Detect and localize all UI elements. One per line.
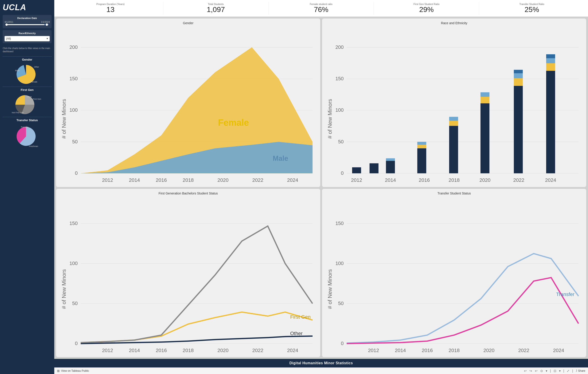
- race-ethnicity-chart-area[interactable]: # of New Minors 0 50 100 150 200: [325, 26, 583, 187]
- redo-icon[interactable]: ↪: [529, 369, 532, 373]
- fg-y-0: 0: [75, 341, 78, 346]
- stat-first-gen-ratio-value: 29%: [419, 5, 434, 14]
- re-bar-2022-2[interactable]: [514, 78, 523, 86]
- device-icon[interactable]: ⊡: [554, 369, 556, 373]
- transfer-pie-chart[interactable]: Transfer Freshman: [11, 123, 43, 148]
- re-bar-2018-2[interactable]: [449, 121, 458, 126]
- re-bar-2018-1[interactable]: [449, 126, 458, 173]
- y-tick-50: 50: [72, 139, 78, 145]
- re-bar-2014-2[interactable]: [386, 158, 395, 161]
- re-x-2012: 2012: [351, 177, 362, 183]
- transfer-svg[interactable]: # of New Minors 0 50 100 150: [325, 196, 583, 357]
- re-bar-2020-3[interactable]: [481, 92, 490, 97]
- dropdown2-icon[interactable]: ▾: [559, 369, 561, 373]
- re-bar-2018-3[interactable]: [449, 117, 458, 121]
- re-bar-2024-4[interactable]: [546, 54, 555, 58]
- forward-icon[interactable]: ⊙: [540, 369, 543, 373]
- footer-title: Digital Humanities Minor Statistics: [289, 361, 353, 365]
- y-tick-200: 200: [69, 44, 78, 50]
- separator: |: [550, 369, 551, 373]
- fullscreen-icon[interactable]: ⤢: [567, 369, 569, 373]
- fg-x-2022: 2022: [252, 348, 263, 353]
- first-gen-pie-chart[interactable]: First Gen Other Not First Gen: [11, 93, 43, 115]
- re-bar-2014-1[interactable]: [386, 161, 395, 173]
- re-bar-2016-1[interactable]: [417, 148, 426, 173]
- stat-total-students: Total Students 1,097: [163, 2, 269, 15]
- re-bar-2016-3[interactable]: [417, 142, 426, 145]
- declaration-date-filter: Declaration Date 4/1/2011 1/1/2024: [3, 15, 52, 28]
- ts-transfer-label: Transfer: [556, 291, 574, 297]
- first-gen-chart-card[interactable]: First Generation Bachelors Student Statu…: [56, 189, 320, 357]
- ts-x-2020: 2020: [483, 348, 494, 353]
- fg-not-first-gen-line: [81, 226, 313, 342]
- transfer-status-section-label: Transfer Status: [3, 118, 52, 122]
- fg-y-50: 50: [72, 301, 78, 306]
- re-y-label: # of New Minors: [327, 99, 333, 139]
- race-ethnicity-select[interactable]: (All): [5, 36, 50, 42]
- re-bar-2022-1[interactable]: [514, 86, 523, 173]
- gender-chart-card[interactable]: Gender # of New Minors 0 50 100 150 200: [56, 19, 320, 187]
- date-slider-fill: [5, 24, 44, 25]
- undo-icon[interactable]: ↩: [524, 369, 527, 373]
- sidebar: UCLA Declaration Date 4/1/2011 1/1/2024 …: [0, 0, 54, 374]
- re-bar-2013-1[interactable]: [369, 163, 378, 173]
- fg-y-150: 150: [69, 220, 78, 226]
- race-ethnicity-select-wrapper: (All) ▼: [5, 36, 50, 42]
- ts-y-0: 0: [341, 341, 344, 346]
- ts-y-150: 150: [335, 220, 344, 226]
- dropdown-icon[interactable]: ▾: [546, 369, 547, 373]
- x-label-2018: 2018: [183, 177, 194, 183]
- re-bar-2024-1[interactable]: [546, 71, 555, 173]
- gender-female-label: Female: [31, 81, 37, 83]
- re-bar-2016-2[interactable]: [417, 145, 426, 148]
- ts-x-2016: 2016: [422, 348, 433, 353]
- transfer-pie-wrapper[interactable]: Transfer Freshman: [3, 123, 52, 148]
- stat-transfer-ratio-label: Transfer Student Ratio: [519, 3, 544, 5]
- date-slider-thumb-left[interactable]: [5, 23, 8, 26]
- re-x-2018: 2018: [449, 177, 460, 183]
- y-tick-0: 0: [75, 170, 78, 176]
- male-area-label: Male: [273, 155, 288, 162]
- re-bar-2024-3[interactable]: [546, 58, 555, 63]
- re-bar-2024-2[interactable]: [546, 63, 555, 71]
- fg-other-line: [81, 336, 313, 343]
- gender-pie-chart[interactable]: Other Male Female: [14, 63, 41, 85]
- re-bar-2022-3[interactable]: [514, 73, 523, 78]
- ts-x-2022: 2022: [518, 348, 529, 353]
- ucla-logo: UCLA: [3, 3, 52, 12]
- stat-first-gen-ratio: First Gen Student Ratio 29%: [374, 2, 479, 15]
- first-gen-pie-wrapper[interactable]: First Gen Other Not First Gen: [3, 93, 52, 115]
- re-bar-2020-1[interactable]: [481, 103, 490, 173]
- first-gen-chart-title: First Generation Bachelors Student Statu…: [59, 192, 317, 195]
- ts-x-2012: 2012: [368, 348, 379, 353]
- re-bar-2020-2[interactable]: [481, 97, 490, 103]
- fg-x-2014: 2014: [129, 348, 140, 353]
- fg-first-gen-line: [81, 312, 313, 343]
- first-gen-slice[interactable]: [15, 95, 25, 105]
- back-icon[interactable]: ↩: [535, 369, 537, 373]
- gender-area-svg[interactable]: # of New Minors 0 50 100 150 200: [59, 26, 317, 187]
- share-icon: ⤴: [576, 369, 577, 373]
- race-ethnicity-svg[interactable]: # of New Minors 0 50 100 150 200: [325, 26, 583, 187]
- date-slider-thumb-right[interactable]: [46, 23, 48, 26]
- gender-pie-wrapper[interactable]: Other Male Female: [3, 63, 52, 85]
- date-slider-track[interactable]: [5, 24, 49, 25]
- re-bar-2022-4[interactable]: [514, 70, 523, 73]
- re-bar-2012-1[interactable]: [352, 167, 361, 173]
- gender-chart-area[interactable]: # of New Minors 0 50 100 150 200: [59, 26, 317, 187]
- fg-other-label: Other: [290, 330, 303, 336]
- separator3: |: [572, 369, 573, 373]
- first-gen-chart-area[interactable]: # of New Minors 0 50 100 150: [59, 196, 317, 357]
- race-ethnicity-chart-card[interactable]: Race and Ethnicity # of New Minors 0 50 …: [322, 19, 586, 187]
- tableau-link[interactable]: ⊞ View on Tableau Public: [57, 369, 89, 373]
- fg-x-2018: 2018: [183, 348, 194, 353]
- re-y-100: 100: [335, 107, 344, 113]
- stat-program-duration-value: 13: [106, 5, 115, 14]
- share-button[interactable]: ⤴ Share: [576, 369, 585, 373]
- transfer-chart-card[interactable]: Transfer Student Status # of New Minors …: [322, 189, 586, 357]
- ts-freshman-line: [347, 253, 578, 343]
- gender-section-label: Gender: [3, 58, 52, 61]
- race-ethnicity-label: Race/Ethnicity: [5, 32, 50, 35]
- transfer-chart-area[interactable]: # of New Minors 0 50 100 150: [325, 196, 583, 357]
- first-gen-svg[interactable]: # of New Minors 0 50 100 150: [59, 196, 317, 357]
